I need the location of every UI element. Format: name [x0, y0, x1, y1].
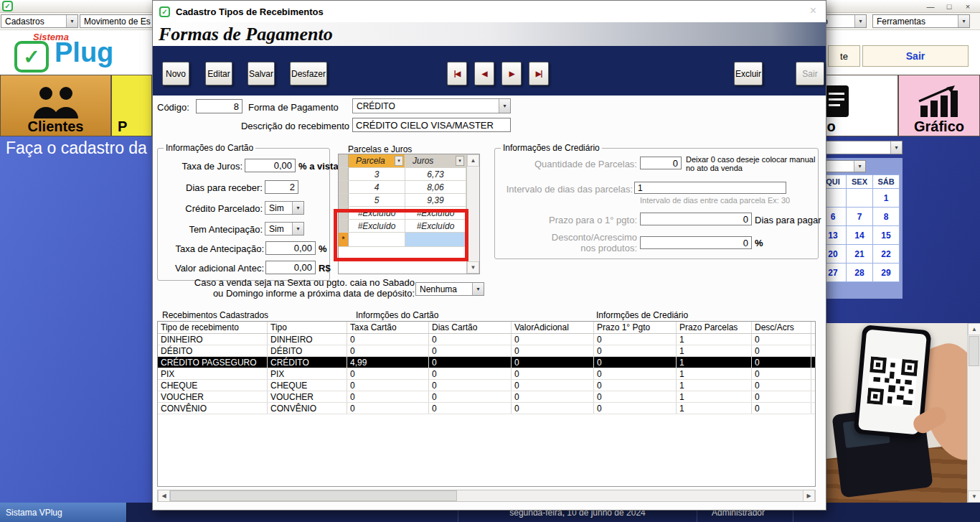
- column-header[interactable]: Prazo 1° Pgto: [594, 322, 677, 333]
- table-row[interactable]: CRÉDITO PAGSEGUROCRÉDITO4,9900010: [158, 357, 815, 368]
- table-row[interactable]: CHEQUECHEQUE000010: [158, 380, 815, 391]
- scroll-right-icon[interactable]: ▶: [803, 490, 815, 501]
- calendar-day[interactable]: 29: [872, 263, 900, 282]
- grid-row[interactable]: 48,06: [339, 181, 479, 194]
- qtd-parcelas-field[interactable]: 0: [640, 157, 682, 169]
- nav-prev-button[interactable]: ◀: [474, 62, 494, 85]
- scroll-down-icon[interactable]: ▼: [968, 490, 980, 503]
- column-header[interactable]: ValorAdicional: [512, 322, 594, 333]
- cliente-button-partial[interactable]: te: [828, 45, 860, 67]
- grid-row[interactable]: #Excluído#Excluído: [339, 207, 479, 220]
- calendar-day[interactable]: 1: [872, 188, 900, 208]
- codigo-field[interactable]: 8: [196, 99, 242, 113]
- juros-cell-active[interactable]: [405, 233, 466, 246]
- desfazer-button[interactable]: Desfazer: [290, 62, 327, 85]
- relatorio-button-partial[interactable]: io: [818, 75, 898, 136]
- scroll-up-icon[interactable]: ▲: [467, 154, 479, 167]
- table-cell: CONVÊNIO: [158, 403, 268, 414]
- minimize-button[interactable]: —: [921, 2, 940, 11]
- nav-next-button[interactable]: ▶: [501, 62, 522, 85]
- period-select[interactable]: ▾: [818, 141, 903, 154]
- close-button[interactable]: ×: [958, 2, 977, 11]
- dialog-header-band: Formas de Pagamento: [153, 22, 826, 46]
- table-row[interactable]: DINHEIRODINHEIRO000010: [158, 334, 815, 345]
- nav-first-button[interactable]: |◀: [447, 62, 467, 85]
- valor-adicional-field[interactable]: 0,00: [265, 261, 316, 274]
- parcela-cell[interactable]: 4: [349, 181, 405, 193]
- maximize-button[interactable]: □: [940, 2, 958, 11]
- calendar-month-select[interactable]: ▾: [820, 160, 866, 172]
- juros-cell[interactable]: 8,06: [405, 181, 466, 193]
- parcela-cell[interactable]: #Excluído: [349, 207, 405, 219]
- main-vertical-scrollbar[interactable]: ▲ ▼: [967, 323, 980, 503]
- sair-button-dialog[interactable]: Sair: [796, 62, 824, 85]
- column-header[interactable]: Desc/Acrs: [752, 322, 811, 333]
- descricao-field[interactable]: CRÉDITO CIELO VISA/MASTER: [352, 118, 511, 132]
- filter-dropdown-icon[interactable]: ▾: [395, 156, 403, 166]
- salvar-button[interactable]: Salvar: [248, 62, 275, 85]
- credito-parcelado-select[interactable]: Sim ▾: [265, 201, 304, 215]
- juros-cell[interactable]: 9,39: [405, 194, 466, 206]
- scroll-left-icon[interactable]: ◀: [158, 490, 170, 501]
- column-header[interactable]: Prazo Parcelas: [677, 322, 752, 333]
- menu-cadastros[interactable]: Cadastros ▾: [1, 14, 78, 28]
- grid-row[interactable]: 59,39: [339, 194, 479, 207]
- nav-last-button[interactable]: ▶|: [529, 62, 549, 85]
- calendar-day[interactable]: 8: [872, 207, 900, 226]
- calendar-day[interactable]: 15: [872, 225, 900, 245]
- parcela-column-header[interactable]: Parcela ▾: [349, 154, 405, 167]
- sair-button-main[interactable]: Sair: [862, 45, 969, 67]
- excluir-button[interactable]: Excluir: [734, 62, 763, 85]
- parcela-cell[interactable]: 3: [349, 168, 405, 180]
- novo-button[interactable]: Novo: [162, 62, 189, 85]
- clientes-button[interactable]: Clientes: [0, 75, 111, 136]
- parcela-cell[interactable]: #Excluído: [349, 220, 405, 232]
- forma-pagamento-select[interactable]: CRÉDITO ▾: [352, 98, 511, 113]
- juros-cell[interactable]: 6,73: [405, 168, 466, 180]
- produtos-button-partial[interactable]: P: [111, 75, 152, 136]
- table-horizontal-scrollbar[interactable]: ◀ ▶: [157, 490, 816, 502]
- calendar-day[interactable]: 22: [872, 244, 900, 264]
- dialog-close-icon[interactable]: ×: [810, 4, 816, 17]
- scroll-up-icon[interactable]: ▲: [968, 323, 980, 335]
- calendar-day[interactable]: 14: [846, 225, 873, 245]
- parcela-cell[interactable]: [349, 233, 405, 246]
- calendar-day[interactable]: 21: [846, 244, 873, 264]
- filter-dropdown-icon[interactable]: ▾: [456, 156, 464, 166]
- grafico-button[interactable]: Gráfico: [898, 75, 980, 136]
- juros-column-header[interactable]: Juros ▾: [405, 154, 466, 167]
- scroll-down-icon[interactable]: ▼: [467, 261, 479, 274]
- column-header[interactable]: Tipo de recebimento: [158, 322, 268, 333]
- parcela-cell[interactable]: 5: [349, 194, 405, 206]
- table-row[interactable]: VOUCHERVOUCHER000010: [158, 391, 815, 403]
- column-header[interactable]: Taxa Cartão: [347, 322, 429, 333]
- grid-vertical-scrollbar[interactable]: ▲ ▼: [466, 154, 479, 274]
- chevron-down-icon: ▾: [472, 283, 484, 295]
- table-cell: 0: [429, 357, 512, 368]
- taxa-antecipacao-field[interactable]: 0,00: [265, 241, 316, 255]
- tem-antecipacao-select[interactable]: Sim ▾: [265, 222, 304, 236]
- desconto-field[interactable]: 0: [640, 236, 752, 249]
- menu-ferramentas[interactable]: Ferramentas ▾: [872, 14, 970, 28]
- column-header[interactable]: Dias Cartão: [429, 322, 512, 333]
- table-row[interactable]: CONVÊNIOCONVÊNIO000010: [158, 403, 815, 414]
- dias-receber-field[interactable]: 2: [265, 180, 298, 194]
- prazo-pgto-field[interactable]: 0: [640, 213, 752, 225]
- grid-new-row[interactable]: *: [339, 233, 479, 247]
- calendar-day[interactable]: 28: [846, 263, 873, 282]
- editar-button[interactable]: Editar: [205, 62, 232, 85]
- app-icon: ✓: [2, 1, 13, 11]
- table-row[interactable]: PIXPIX000010: [158, 368, 815, 380]
- intervalo-field[interactable]: 1: [634, 182, 786, 194]
- scrollbar-thumb[interactable]: [969, 336, 979, 366]
- grid-row[interactable]: 36,73: [339, 168, 479, 181]
- grid-row[interactable]: #Excluído#Excluído: [339, 220, 479, 233]
- scrollbar-thumb[interactable]: [170, 490, 457, 501]
- deposito-select[interactable]: Nenhuma ▾: [415, 282, 484, 296]
- calendar-day[interactable]: 7: [846, 207, 873, 226]
- taxa-juros-field[interactable]: 0,00: [245, 159, 296, 172]
- juros-cell[interactable]: #Excluído: [405, 207, 466, 219]
- juros-cell[interactable]: #Excluído: [405, 220, 466, 232]
- column-header[interactable]: Tipo: [268, 322, 347, 333]
- table-row[interactable]: DÉBITODÉBITO000010: [158, 345, 815, 357]
